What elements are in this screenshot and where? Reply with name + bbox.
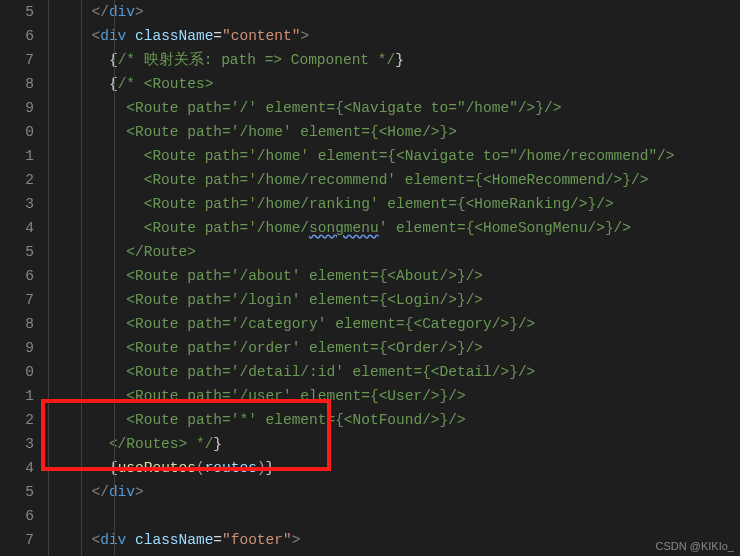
code-line[interactable]: <Route path='/home' element={<Navigate t… [48, 144, 740, 168]
code-line[interactable]: </Routes> */} [48, 432, 740, 456]
code-line[interactable]: {useRoutes(routes)} [48, 456, 740, 480]
line-number: 8 [0, 72, 34, 96]
token: <Route path='/' element={<Navigate to="/… [48, 100, 561, 116]
token: <Route path='/detail/:id' element={<Deta… [48, 364, 535, 380]
token: > [292, 532, 301, 548]
line-number: 2 [0, 168, 34, 192]
line-number: 6 [0, 264, 34, 288]
token: /* <Routes> [118, 76, 214, 92]
token: } [395, 52, 404, 68]
token: = [213, 28, 222, 44]
code-line[interactable]: </div> [48, 0, 740, 24]
code-line[interactable]: <Route path='/order' element={<Order/>}/… [48, 336, 740, 360]
code-line[interactable]: <Route path='/detail/:id' element={<Deta… [48, 360, 740, 384]
code-line[interactable]: </Route> [48, 240, 740, 264]
line-number: 3 [0, 192, 34, 216]
line-number-gutter: 5678901234567890123456789 [0, 0, 48, 556]
token: > [135, 484, 144, 500]
token: } [213, 436, 222, 452]
token [48, 28, 92, 44]
token: <Route path='/home' element={<Home/>}> [48, 124, 457, 140]
token: < [92, 28, 101, 44]
code-line[interactable] [48, 504, 740, 528]
line-number: 5 [0, 240, 34, 264]
token: routes [205, 460, 257, 476]
line-number: 8 [0, 312, 34, 336]
token: ' element={<HomeSongMenu/>}/> [379, 220, 631, 236]
code-editor[interactable]: 5678901234567890123456789 </div> <div cl… [0, 0, 740, 556]
line-number: 5 [0, 480, 34, 504]
token [126, 28, 135, 44]
line-number: 0 [0, 120, 34, 144]
token: songmenu [309, 220, 379, 236]
token: </ [92, 484, 109, 500]
token [48, 4, 92, 20]
code-line[interactable]: <div className="footer"> [48, 528, 740, 552]
code-line[interactable]: <Route path='/' element={<Navigate to="/… [48, 96, 740, 120]
token [48, 460, 109, 476]
line-number: 7 [0, 528, 34, 552]
token [126, 532, 135, 548]
code-line[interactable]: <div className="content"> [48, 24, 740, 48]
token: } [266, 460, 275, 476]
token: className [135, 532, 213, 548]
code-line[interactable]: <Route path='/user' element={<User/>}/> [48, 384, 740, 408]
code-line[interactable]: {/* <Routes> [48, 72, 740, 96]
line-number: 6 [0, 24, 34, 48]
line-number: 3 [0, 432, 34, 456]
code-line[interactable]: <Route path='/about' element={<About/>}/… [48, 264, 740, 288]
line-number: 9 [0, 96, 34, 120]
line-number: 2 [0, 408, 34, 432]
token: /* 映射关系: path => Component */ [118, 52, 396, 68]
line-number: 6 [0, 504, 34, 528]
token: <Route path='/home' element={<Navigate t… [48, 148, 675, 164]
code-line[interactable]: <hr /> [48, 552, 740, 556]
token: </Routes> */ [48, 436, 213, 452]
code-line[interactable]: <Route path='/login' element={<Login/>}/… [48, 288, 740, 312]
code-line[interactable]: {/* 映射关系: path => Component */} [48, 48, 740, 72]
code-line[interactable]: <Route path='/home/songmenu' element={<H… [48, 216, 740, 240]
line-number: 4 [0, 456, 34, 480]
token [48, 484, 92, 500]
token: <Route path='/home/recommend' element={<… [48, 172, 648, 188]
token: </ [92, 4, 109, 20]
code-line[interactable]: <Route path='/home/ranking' element={<Ho… [48, 192, 740, 216]
token: ( [196, 460, 205, 476]
token: div [109, 484, 135, 500]
token [48, 52, 109, 68]
line-number: 7 [0, 288, 34, 312]
token: <Route path='/category' element={<Catego… [48, 316, 535, 332]
line-number: 5 [0, 0, 34, 24]
token: <Route path='*' element={<NotFound/>}/> [48, 412, 466, 428]
code-line[interactable]: <Route path='/category' element={<Catego… [48, 312, 740, 336]
token: useRoutes [118, 460, 196, 476]
code-line[interactable]: </div> [48, 480, 740, 504]
token: <Route path='/home/ranking' element={<Ho… [48, 196, 614, 212]
line-number: 4 [0, 216, 34, 240]
token: </Route> [48, 244, 196, 260]
line-number: 1 [0, 384, 34, 408]
line-number: 1 [0, 144, 34, 168]
token: = [213, 532, 222, 548]
token [48, 76, 109, 92]
token: > [135, 4, 144, 20]
line-number: 7 [0, 48, 34, 72]
line-number: 8 [0, 552, 34, 556]
token: ) [257, 460, 266, 476]
token: <Route path='/user' element={<User/>}/> [48, 388, 466, 404]
token: > [300, 28, 309, 44]
token: <Route path='/home/ [48, 220, 309, 236]
token [48, 532, 92, 548]
token: < [92, 532, 101, 548]
code-line[interactable]: <Route path='/home/recommend' element={<… [48, 168, 740, 192]
code-line[interactable]: <Route path='/home' element={<Home/>}> [48, 120, 740, 144]
line-number: 9 [0, 336, 34, 360]
token: "content" [222, 28, 300, 44]
watermark: CSDN @KIKIo_ [656, 540, 734, 552]
code-area[interactable]: </div> <div className="content"> {/* 映射关… [48, 0, 740, 556]
code-line[interactable]: <Route path='*' element={<NotFound/>}/> [48, 408, 740, 432]
token: "footer" [222, 532, 292, 548]
token: className [135, 28, 213, 44]
line-number: 0 [0, 360, 34, 384]
token: div [109, 4, 135, 20]
